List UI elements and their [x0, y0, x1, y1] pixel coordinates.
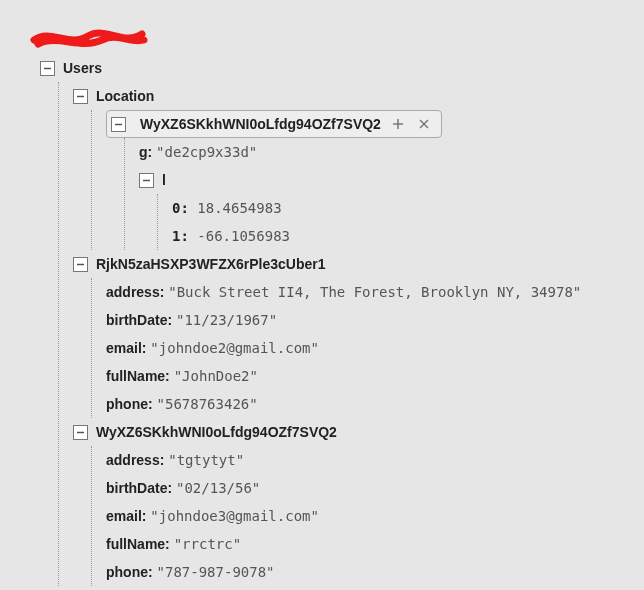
- selected-node-label: WyXZ6SKkhWNI0oLfdg94OZf7SVQ2: [140, 110, 381, 138]
- close-icon: [418, 118, 430, 130]
- selected-node[interactable]: WyXZ6SKkhWNI0oLfdg94OZf7SVQ2: [106, 110, 442, 138]
- field-key: birthDate:: [106, 306, 172, 334]
- collapse-icon[interactable]: [111, 117, 126, 132]
- field-g[interactable]: g: "de2cp9x33d": [139, 138, 644, 166]
- field-key: 0:: [172, 194, 189, 222]
- field-value: "johndoe3@gmail.com": [150, 502, 319, 530]
- field-birthdate[interactable]: birthDate: "02/13/56": [106, 474, 644, 502]
- field-key: fullName:: [106, 362, 170, 390]
- collapse-icon[interactable]: [73, 89, 88, 104]
- field-key: birthDate:: [106, 474, 172, 502]
- user-node[interactable]: WyXZ6SKkhWNI0oLfdg94OZf7SVQ2: [96, 418, 337, 446]
- field-phone[interactable]: phone: "787-987-9078": [106, 558, 644, 586]
- collapse-icon[interactable]: [40, 61, 55, 76]
- field-birthdate[interactable]: birthDate: "11/23/1967": [106, 306, 644, 334]
- field-value: "johndoe2@gmail.com": [150, 334, 319, 362]
- field-key: phone:: [106, 558, 153, 586]
- field-address[interactable]: address: "tgtytyt": [106, 446, 644, 474]
- field-key: fullName:: [106, 530, 170, 558]
- user-1-children: address: "tgtytyt" birthDate: "02/13/56"…: [91, 446, 644, 586]
- field-email[interactable]: email: "johndoe2@gmail.com": [106, 334, 644, 362]
- coord-0[interactable]: 0: 18.4654983: [172, 194, 644, 222]
- field-fullname[interactable]: fullName: "rrctrc": [106, 530, 644, 558]
- field-value: "de2cp9x33d": [156, 138, 257, 166]
- collapse-icon[interactable]: [73, 425, 88, 440]
- selected-node-children: g: "de2cp9x33d" l 0: 18.4654983 1:: [124, 138, 644, 250]
- db-tree: Users Location WyXZ6SKkhWNI0oLfdg94OZf7S…: [0, 0, 644, 586]
- field-fullname[interactable]: fullName: "JohnDoe2": [106, 362, 644, 390]
- collapse-icon[interactable]: [139, 173, 154, 188]
- field-key: g:: [139, 138, 152, 166]
- delete-node-button[interactable]: [415, 115, 433, 133]
- field-value: "5678763426": [157, 390, 258, 418]
- field-value: -66.1056983: [197, 222, 290, 250]
- node-l[interactable]: l: [162, 166, 166, 194]
- coord-1[interactable]: 1: -66.1056983: [172, 222, 644, 250]
- location-children: WyXZ6SKkhWNI0oLfdg94OZf7SVQ2 g: "de2cp9x…: [91, 110, 644, 250]
- field-key: email:: [106, 502, 146, 530]
- users-children: Location WyXZ6SKkhWNI0oLfdg94OZf7SVQ2: [58, 82, 644, 586]
- field-key: address:: [106, 446, 164, 474]
- l-children: 0: 18.4654983 1: -66.1056983: [157, 194, 644, 250]
- field-address[interactable]: address: "Buck Street II4, The Forest, B…: [106, 278, 644, 306]
- field-key: email:: [106, 334, 146, 362]
- field-value: "rrctrc": [174, 530, 241, 558]
- field-key: address:: [106, 278, 164, 306]
- user-node[interactable]: RjkN5zaHSXP3WFZX6rPle3cUber1: [96, 250, 326, 278]
- field-phone[interactable]: phone: "5678763426": [106, 390, 644, 418]
- field-value: "tgtytyt": [168, 446, 244, 474]
- field-value: "JohnDoe2": [174, 362, 258, 390]
- field-value: "Buck Street II4, The Forest, Brooklyn N…: [168, 278, 581, 306]
- field-value: "11/23/1967": [176, 306, 277, 334]
- node-users[interactable]: Users: [63, 54, 102, 82]
- user-0-children: address: "Buck Street II4, The Forest, B…: [91, 278, 644, 418]
- field-value: 18.4654983: [197, 194, 281, 222]
- field-value: "02/13/56": [176, 474, 260, 502]
- field-key: 1:: [172, 222, 189, 250]
- field-key: phone:: [106, 390, 153, 418]
- add-child-button[interactable]: [389, 115, 407, 133]
- plus-icon: [392, 118, 404, 130]
- field-value: "787-987-9078": [157, 558, 275, 586]
- collapse-icon[interactable]: [73, 257, 88, 272]
- field-email[interactable]: email: "johndoe3@gmail.com": [106, 502, 644, 530]
- node-location[interactable]: Location: [96, 82, 154, 110]
